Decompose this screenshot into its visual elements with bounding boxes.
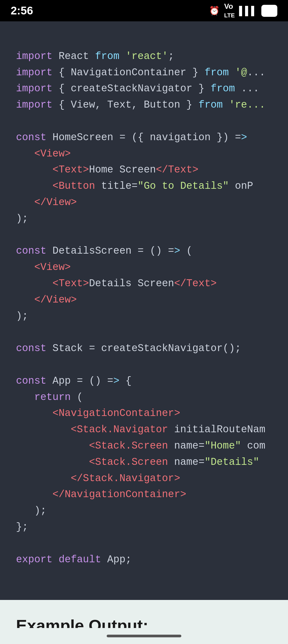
home-indicator: [107, 635, 181, 637]
code-block: import React from 'react'; import { Navi…: [16, 32, 272, 584]
signal-icon: ▌▌▌: [239, 6, 257, 16]
status-time: 2:56: [11, 4, 33, 17]
status-bar: 2:56 ⏰ VoLTE ▌▌▌ 67: [0, 0, 288, 21]
lte-label: VoLTE: [224, 2, 235, 19]
battery-indicator: 67: [261, 5, 277, 17]
code-block-container: import React from 'react'; import { Navi…: [0, 21, 288, 600]
home-indicator-bar: [0, 628, 288, 644]
alarm-icon: ⏰: [209, 6, 220, 16]
status-icons: ⏰ VoLTE ▌▌▌ 67: [209, 2, 277, 19]
